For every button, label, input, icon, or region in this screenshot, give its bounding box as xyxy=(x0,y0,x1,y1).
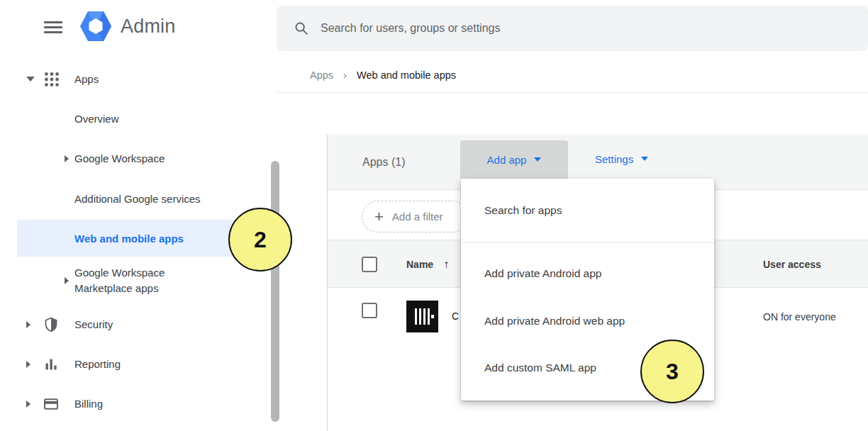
sidebar-scrollbar[interactable] xyxy=(271,161,279,422)
chevron-right-icon xyxy=(26,401,30,408)
sidebar-item-google-workspace[interactable]: Google Workspace xyxy=(74,152,165,164)
admin-logo: Admin xyxy=(79,10,176,43)
admin-hexagon-logo-icon xyxy=(79,10,112,43)
menu-item-add-private-android-app[interactable]: Add private Android app xyxy=(461,250,714,297)
add-app-button-label: Add app xyxy=(487,154,527,166)
breadcrumb-separator-icon: › xyxy=(343,69,347,81)
row-checkbox[interactable] xyxy=(362,303,377,318)
user-access-value: ON for everyone xyxy=(763,288,836,346)
sidebar-item-additional-google-services[interactable]: Additional Google services xyxy=(74,193,201,205)
add-filter-button[interactable]: + Add a filter xyxy=(362,201,468,233)
app-logo-icon xyxy=(406,301,438,332)
apps-grid-icon xyxy=(43,70,61,89)
apps-count-label: Apps (1) xyxy=(362,135,405,190)
search-icon xyxy=(294,21,309,36)
sidebar-security-label: Security xyxy=(74,318,113,330)
chevron-right-icon xyxy=(65,277,69,284)
credit-card-icon xyxy=(43,396,60,413)
menu-item-search-for-apps[interactable]: Search for apps xyxy=(461,179,714,242)
user-access-column-header: User access xyxy=(763,240,821,289)
bar-chart-icon xyxy=(43,356,60,373)
user-access-header-label: User access xyxy=(763,259,821,270)
shield-icon xyxy=(43,316,60,333)
breadcrumb-current-page: Web and mobile apps xyxy=(357,69,456,81)
hamburger-menu-button[interactable] xyxy=(41,16,65,40)
sidebar-item-overview[interactable]: Overview xyxy=(74,113,119,125)
add-app-button[interactable]: Add app xyxy=(460,140,568,179)
chevron-down-icon xyxy=(641,157,648,161)
breadcrumb-divider xyxy=(277,92,868,93)
sidebar-item-gw-marketplace-apps[interactable]: Google Workspace Marketplace apps xyxy=(74,265,181,296)
chevron-right-icon xyxy=(26,361,30,368)
sidebar-item-web-and-mobile-apps[interactable]: Web and mobile apps xyxy=(17,220,250,257)
plus-icon: + xyxy=(374,209,384,225)
hamburger-icon xyxy=(44,21,62,23)
app-name: C xyxy=(452,288,459,345)
sidebar-apps-label: Apps xyxy=(74,73,99,85)
step-3-annotation: 3 xyxy=(640,340,704,403)
sidebar-billing-label: Billing xyxy=(74,398,103,410)
chevron-right-icon xyxy=(26,321,30,328)
name-header-label: Name xyxy=(406,259,433,270)
breadcrumb: Apps › Web and mobile apps xyxy=(310,69,456,81)
admin-console-screen: Admin Apps Overview Google Workspace Add… xyxy=(0,0,868,431)
menu-item-add-private-android-web-app[interactable]: Add private Android web app xyxy=(461,297,714,345)
sidebar-web-and-mobile-apps-label: Web and mobile apps xyxy=(74,233,184,245)
name-column-header[interactable]: Name ↑ xyxy=(406,240,449,289)
select-all-checkbox[interactable] xyxy=(362,257,377,272)
app-title: Admin xyxy=(121,16,176,38)
breadcrumb-apps-link[interactable]: Apps xyxy=(310,69,333,81)
sidebar-reporting-label: Reporting xyxy=(74,358,121,370)
step-2-annotation: 2 xyxy=(228,208,292,272)
chevron-right-icon xyxy=(65,155,69,162)
sort-ascending-icon: ↑ xyxy=(443,258,449,271)
search-input[interactable] xyxy=(321,22,817,35)
settings-button[interactable]: Settings xyxy=(595,135,648,183)
menu-divider xyxy=(461,242,714,243)
chevron-down-icon xyxy=(26,77,35,82)
settings-button-label: Settings xyxy=(595,153,633,165)
chevron-down-icon xyxy=(534,157,541,162)
search-bar[interactable] xyxy=(277,6,868,51)
add-filter-label: Add a filter xyxy=(392,211,443,223)
